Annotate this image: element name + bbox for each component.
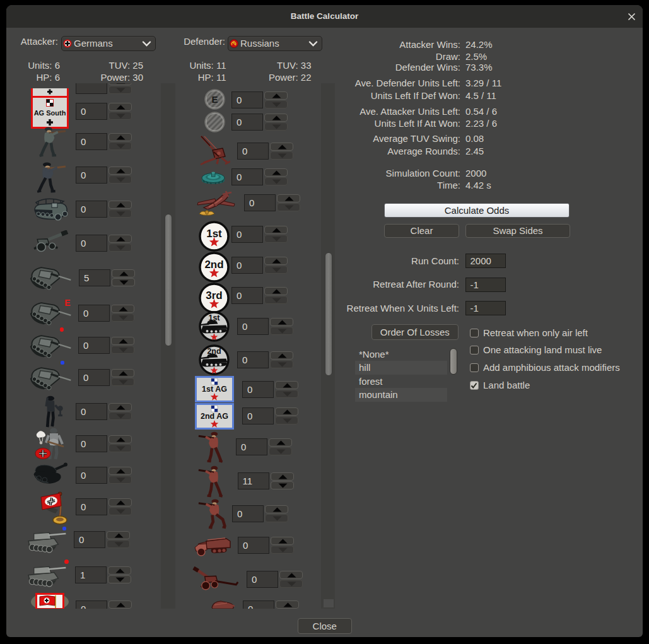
svg-text:1st AG: 1st AG [202, 385, 227, 394]
svg-text:E: E [211, 94, 218, 105]
svg-text:E: E [64, 298, 70, 308]
svg-text:2nd AG: 2nd AG [201, 412, 228, 421]
svg-text:AG South: AG South [34, 109, 66, 117]
